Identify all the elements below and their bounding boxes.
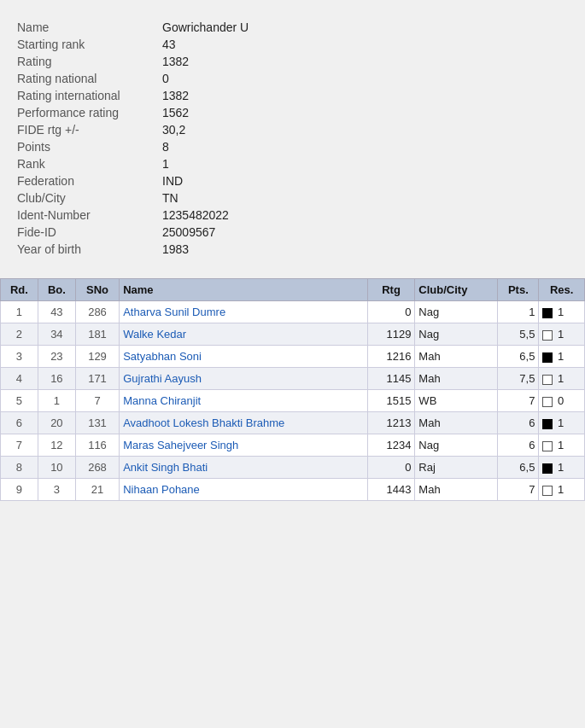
player-rating: 1145: [367, 368, 415, 390]
info-row: FederationIND: [14, 172, 571, 189]
round-number: 8: [1, 457, 38, 479]
player-rating: 1129: [367, 323, 415, 346]
white-piece-icon: [542, 375, 553, 385]
info-row: Fide-ID25009567: [14, 224, 571, 241]
player-name[interactable]: Nihaan Pohane: [120, 479, 368, 501]
info-label: Club/City: [14, 189, 159, 207]
info-value: 1382: [159, 87, 571, 104]
round-number: 4: [1, 368, 38, 390]
info-row: Rating national0: [14, 70, 571, 87]
player-info-section: NameGowrichander UStarting rank43Rating1…: [0, 0, 585, 271]
rounds-table-header: Rd.Bo.SNoNameRtgClub/CityPts.Res.: [1, 279, 585, 301]
info-row: Rank1: [14, 155, 571, 172]
info-value: 25009567: [159, 224, 571, 241]
player-club: Nag: [415, 434, 498, 457]
info-label: Federation: [14, 172, 159, 189]
table-row: 712116Maras Sahejveer Singh1234Nag6 1: [1, 434, 585, 457]
player-name[interactable]: Gujrathi Aayush: [120, 368, 368, 390]
rounds-table: Rd.Bo.SNoNameRtgClub/CityPts.Res. 143286…: [0, 278, 585, 501]
player-name[interactable]: Walke Kedar: [120, 323, 368, 346]
player-points: 7,5: [498, 368, 539, 390]
black-piece-icon: [542, 463, 553, 474]
player-rating: 1515: [367, 390, 415, 412]
result-cell: 1: [539, 301, 585, 323]
player-name[interactable]: Avadhoot Lokesh Bhakti Brahme: [120, 412, 368, 434]
table-header: Rd.: [1, 279, 38, 301]
table-header: Pts.: [498, 279, 539, 301]
start-number: 181: [75, 323, 119, 346]
info-value: 0: [159, 70, 571, 87]
table-row: 416171Gujrathi Aayush1145Mah7,5 1: [1, 368, 585, 390]
round-number: 7: [1, 434, 38, 457]
board-number: 43: [38, 301, 75, 323]
player-club: Nag: [415, 301, 498, 323]
info-value: 43: [159, 36, 571, 53]
black-piece-icon: [542, 419, 553, 429]
round-number: 3: [1, 346, 38, 368]
player-rating: 0: [367, 457, 415, 479]
player-club: Mah: [415, 346, 498, 368]
board-number: 10: [38, 457, 75, 479]
player-points: 6,5: [498, 346, 539, 368]
info-value: TN: [159, 189, 571, 207]
player-club: Mah: [415, 412, 498, 434]
player-rating: 1443: [367, 479, 415, 501]
info-value: 8: [159, 138, 571, 155]
result-cell: 1: [539, 457, 585, 479]
player-name[interactable]: Maras Sahejveer Singh: [120, 434, 368, 457]
table-row: 810268Ankit Singh Bhati0Raj6,5 1: [1, 457, 585, 479]
player-name[interactable]: Ankit Singh Bhati: [120, 457, 368, 479]
player-points: 6: [498, 412, 539, 434]
player-points: 7: [498, 479, 539, 501]
table-header: Name: [120, 279, 368, 301]
board-number: 34: [38, 323, 75, 346]
info-label: FIDE rtg +/-: [14, 121, 159, 138]
info-label: Performance rating: [14, 104, 159, 121]
player-club: Raj: [415, 457, 498, 479]
info-label: Rank: [14, 155, 159, 172]
player-info-table: NameGowrichander UStarting rank43Rating1…: [14, 19, 571, 258]
player-club: Nag: [415, 323, 498, 346]
info-value: 1: [159, 155, 571, 172]
start-number: 286: [75, 301, 119, 323]
info-row: Starting rank43: [14, 36, 571, 53]
board-number: 16: [38, 368, 75, 390]
result-cell: 1: [539, 323, 585, 346]
white-piece-icon: [542, 441, 553, 451]
info-row: Club/CityTN: [14, 189, 571, 207]
round-number: 2: [1, 323, 38, 346]
info-row: Rating international1382: [14, 87, 571, 104]
board-number: 1: [38, 390, 75, 412]
player-points: 1: [498, 301, 539, 323]
info-row: NameGowrichander U: [14, 19, 571, 36]
table-header: Res.: [539, 279, 585, 301]
white-piece-icon: [542, 330, 553, 341]
info-label: Name: [14, 19, 159, 36]
result-cell: 1: [539, 346, 585, 368]
info-label: Points: [14, 138, 159, 155]
black-piece-icon: [542, 308, 553, 318]
board-number: 12: [38, 434, 75, 457]
black-piece-icon: [542, 352, 553, 363]
white-piece-icon: [542, 397, 553, 407]
table-header: Club/City: [415, 279, 498, 301]
start-number: 129: [75, 346, 119, 368]
info-label: Rating: [14, 53, 159, 70]
player-points: 7: [498, 390, 539, 412]
info-label: Starting rank: [14, 36, 159, 53]
board-number: 23: [38, 346, 75, 368]
player-club: Mah: [415, 368, 498, 390]
player-rating: 1216: [367, 346, 415, 368]
info-value: IND: [159, 172, 571, 189]
player-rating: 1213: [367, 412, 415, 434]
table-row: 323129Satyabhan Soni1216Mah6,5 1: [1, 346, 585, 368]
board-number: 20: [38, 412, 75, 434]
player-name[interactable]: Atharva Sunil Dumre: [120, 301, 368, 323]
player-name[interactable]: Manna Chiranjit: [120, 390, 368, 412]
table-row: 620131Avadhoot Lokesh Bhakti Brahme1213M…: [1, 412, 585, 434]
table-header: Rtg: [367, 279, 415, 301]
info-label: Fide-ID: [14, 224, 159, 241]
player-name[interactable]: Satyabhan Soni: [120, 346, 368, 368]
info-value: 1382: [159, 53, 571, 70]
info-row: Year of birth1983: [14, 241, 571, 258]
